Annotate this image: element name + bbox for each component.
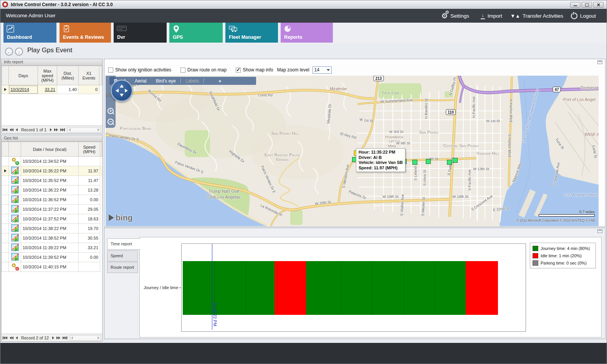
info-report-panel: Info report Days Max speed (MPH) Dist. (… [1,59,103,134]
close-button[interactable] [593,2,604,8]
speed-cell: 11.47 [79,176,100,185]
tab-route-report[interactable]: Route report [107,262,138,273]
back-button[interactable] [5,48,13,56]
tab-speed-graphic[interactable]: Speed graphic [107,250,138,261]
gps-list-row[interactable]: 10/3/2014 11:39:22 PM33.21 [2,243,102,253]
gps-point-icon [11,205,19,213]
gps-list-row[interactable]: 10/3/2014 11:36:52 PM0.00 [2,195,102,205]
horizontal-scrollbar[interactable] [68,127,101,132]
pan-up-icon[interactable] [120,83,124,88]
gps-list-row[interactable]: 10/3/2014 11:35:52 PM11.47 [2,176,102,185]
map-label: W 19th St [452,194,468,199]
settings-button[interactable]: Settings [441,9,469,23]
prev-record-button[interactable] [16,336,18,339]
pan-left-icon[interactable] [114,89,119,93]
fast-next-button[interactable] [54,128,58,131]
map-canvas[interactable]: Road Aerial Bird's eye Labels « + − Mira… [106,76,599,226]
last-record-button[interactable] [63,336,67,339]
datetime-cell: 10/3/2014 11:36:52 PM [21,195,79,205]
gps-list-row[interactable]: 10/3/2014 11:37:52 PM18.63 [2,214,102,224]
gps-list-row[interactable]: 10/3/2014 11:38:52 PM30.55 [2,233,102,243]
zoom-out-button[interactable]: − [108,119,114,125]
col-datetime[interactable]: Date / hour (local) [21,142,79,157]
fast-next-button[interactable] [56,336,60,339]
map-mode-birdseye[interactable]: Bird's eye [156,78,176,84]
map-mode-labels[interactable]: Labels [185,78,199,84]
horizontal-scrollbar[interactable] [70,335,101,341]
dvr-icon [117,25,127,32]
transfer-activities-button[interactable]: Transfer Activities [510,9,563,23]
power-icon [571,13,577,19]
tab-gps[interactable]: GPS [169,23,223,43]
gps-marker[interactable] [453,158,458,163]
pan-down-icon[interactable] [120,94,124,99]
map-pan-compass[interactable] [111,79,133,102]
days-cell[interactable]: 10/3/2014 [9,85,38,94]
gps-marker[interactable] [426,159,431,164]
checkbox-icon[interactable] [236,68,241,73]
gps-list-row[interactable]: +10/3/2014 11:34:52 PM [2,157,102,166]
collapse-panel-icon[interactable] [597,60,602,64]
pan-right-icon[interactable] [125,89,130,93]
datetime-cell: 10/3/2014 11:35:22 PM [21,166,79,176]
checkbox-show-map-info[interactable]: Show map info [236,67,273,73]
checkbox-show-ignition[interactable]: Show only ignition activities [108,67,171,73]
gps-list-row[interactable]: 10/3/2014 11:35:22 PM11.97 [2,166,102,176]
gps-list-row[interactable]: 10/3/2014 11:39:52 PM0.00 [2,253,102,262]
zoom-in-button[interactable]: + [108,108,114,114]
checkbox-draw-route[interactable]: Draw route on map [180,67,227,73]
gps-list-row[interactable]: 10/3/2014 11:36:22 PM13.28 [2,185,102,195]
map-label: S Pacific Ave [467,169,471,190]
down-button[interactable] [15,48,23,56]
interval-gridline [341,261,341,315]
tab-fleet-manager[interactable]: Fleet Manager [225,23,278,43]
line-chart-icon [7,25,14,33]
gps-list-row[interactable]: 10/3/2014 11:38:22 PM19.70 [2,224,102,233]
gps-point-icon [11,186,19,194]
ignition-on-icon: + [12,157,18,164]
tab-events-reviews[interactable]: Events & Reviews [60,23,111,43]
fast-prev-button[interactable] [10,336,13,339]
gps-list-table: Date / hour (local) Speed (MPH) +10/3/20… [2,142,102,272]
x1-events-cell: 0 [79,85,99,94]
next-record-button[interactable] [50,128,52,131]
logout-button[interactable]: Logout [571,9,596,23]
tab-label: Dvr [117,35,125,40]
first-record-button[interactable] [3,336,7,339]
map-mode-aerial[interactable]: Aerial [135,78,147,84]
tab-reports[interactable]: Reports [281,23,333,43]
col-days[interactable]: Days [9,66,38,85]
checkbox-icon[interactable] [180,68,185,73]
import-button[interactable]: Import [481,9,502,23]
col-filler [100,142,102,157]
map-zoom-dropdown[interactable]: 14 [313,66,332,74]
col-max-speed[interactable]: Max speed (MPH) [38,66,57,85]
col-x1-events[interactable]: X1 Events [79,66,99,85]
col-speed[interactable]: Speed (MPH) [79,142,100,157]
tab-dvr[interactable]: Dvr [114,23,167,43]
fast-prev-button[interactable] [10,128,13,131]
next-record-button[interactable] [52,336,54,339]
info-report-table: Days Max speed (MPH) Dist. (Miles) X1 Ev… [2,66,102,94]
minimize-button[interactable] [570,2,581,8]
info-report-row[interactable]: 10/3/2014 33.21 1.40 0 [2,85,102,94]
checkbox-icon[interactable] [108,68,113,73]
gear-icon [441,12,448,20]
current-row-arrow [4,88,7,91]
collapse-panel-icon[interactable] [597,229,602,233]
last-record-button[interactable] [60,128,65,131]
max-speed-cell[interactable]: 33.21 [38,85,57,94]
col-dist[interactable]: Dist. (Miles) [57,66,79,85]
gps-marker[interactable] [412,160,417,165]
tab-dashboard[interactable]: Dashboard [3,23,56,43]
gps-marker[interactable] [447,160,452,165]
gps-list-row[interactable]: −10/3/2014 11:40:15 PM [2,262,102,272]
prev-record-button[interactable] [16,128,18,131]
tab-time-report[interactable]: Time report [107,238,140,250]
gps-list-row[interactable]: 10/3/2014 11:37:22 PM29.05 [2,205,102,214]
map-label: East Rancho Palos [265,152,300,157]
map-label: Verdes [276,157,289,162]
maximize-button[interactable] [582,2,592,8]
map-bar-collapse-button[interactable]: « [218,78,220,84]
first-record-button[interactable] [3,128,7,131]
